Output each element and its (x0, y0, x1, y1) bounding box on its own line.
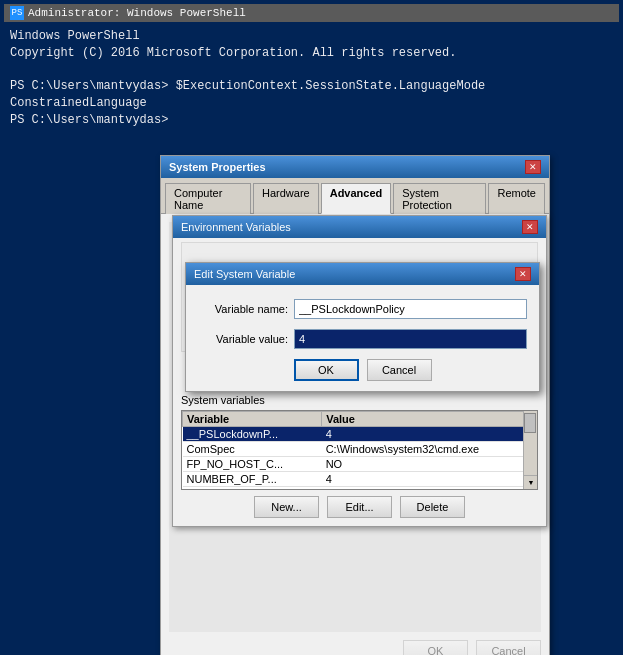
tab-computer-name[interactable]: Computer Name (165, 183, 251, 214)
scrollbar-thumb[interactable] (524, 413, 536, 433)
tab-remote[interactable]: Remote (488, 183, 545, 214)
system-properties-close-button[interactable]: ✕ (525, 160, 541, 174)
table-row[interactable]: __PSLockdownP... 4 (183, 427, 537, 442)
var-name-cell: ComSpec (183, 442, 322, 457)
system-props-ok-button[interactable]: OK (403, 640, 468, 655)
variable-name-input[interactable] (294, 299, 527, 319)
system-new-button[interactable]: New... (254, 496, 319, 518)
powershell-title: Administrator: Windows PowerShell (28, 7, 246, 19)
col-value: Value (322, 412, 537, 427)
system-vars-buttons: New... Edit... Delete (181, 496, 538, 518)
var-name-cell: FP_NO_HOST_C... (183, 457, 322, 472)
ps-line2: Copyright (C) 2016 Microsoft Corporation… (10, 45, 613, 62)
edit-sysvar-ok-button[interactable]: OK (294, 359, 359, 381)
ps-line3 (10, 62, 613, 79)
system-variables-label: System variables (181, 394, 538, 406)
ps-prompt2: PS C:\Users\mantvydas> (10, 112, 613, 129)
var-name-cell: __PSLockdownP... (183, 427, 322, 442)
system-variables-table-container: Variable Value __PSLockdownP... 4 ComSpe… (181, 410, 538, 490)
powershell-titlebar: PS Administrator: Windows PowerShell (4, 4, 619, 22)
edit-system-variable-dialog: Edit System Variable ✕ Variable name: Va… (185, 262, 540, 392)
system-properties-tabs: Computer Name Hardware Advanced System P… (161, 178, 549, 214)
scrollbar[interactable]: ▼ (523, 411, 537, 489)
edit-system-variable-title: Edit System Variable (194, 268, 295, 280)
variable-value-input[interactable] (294, 329, 527, 349)
environment-variables-title: Environment Variables (181, 221, 291, 233)
var-name-cell: NUMBER_OF_P... (183, 472, 322, 487)
col-variable: Variable (183, 412, 322, 427)
powershell-icon: PS (10, 6, 24, 20)
system-delete-button[interactable]: Delete (400, 496, 465, 518)
edit-sysvar-buttons: OK Cancel (198, 359, 527, 381)
table-row[interactable]: NUMBER_OF_P... 4 (183, 472, 537, 487)
var-value-cell: NO (322, 457, 537, 472)
tab-system-protection[interactable]: System Protection (393, 183, 486, 214)
variable-name-label: Variable name: (198, 303, 288, 315)
edit-system-variable-close-button[interactable]: ✕ (515, 267, 531, 281)
environment-variables-close-button[interactable]: ✕ (522, 220, 538, 234)
var-value-cell: 4 (322, 472, 537, 487)
edit-sysvar-cancel-button[interactable]: Cancel (367, 359, 432, 381)
powershell-content: Windows PowerShell Copyright (C) 2016 Mi… (4, 24, 619, 133)
system-properties-title: System Properties (169, 161, 266, 173)
system-edit-button[interactable]: Edit... (327, 496, 392, 518)
table-row[interactable]: ComSpec C:\Windows\system32\cmd.exe (183, 442, 537, 457)
edit-system-variable-titlebar: Edit System Variable ✕ (186, 263, 539, 285)
ps-result1: ConstrainedLanguage (10, 95, 613, 112)
variable-name-row: Variable name: (198, 299, 527, 319)
variable-value-row: Variable value: (198, 329, 527, 349)
table-row[interactable]: FP_NO_HOST_C... NO (183, 457, 537, 472)
system-variables-table: Variable Value __PSLockdownP... 4 ComSpe… (182, 411, 537, 487)
var-value-cell: 4 (322, 427, 537, 442)
system-properties-titlebar: System Properties ✕ (161, 156, 549, 178)
tab-hardware[interactable]: Hardware (253, 183, 319, 214)
scrollbar-down-button[interactable]: ▼ (524, 475, 538, 489)
edit-system-variable-content: Variable name: Variable value: OK Cancel (186, 285, 539, 391)
envvars-system-section: System variables Variable Value __PSLock… (173, 386, 546, 526)
environment-variables-titlebar: Environment Variables ✕ (173, 216, 546, 238)
var-value-cell: C:\Windows\system32\cmd.exe (322, 442, 537, 457)
system-props-cancel-button[interactable]: Cancel (476, 640, 541, 655)
tab-advanced[interactable]: Advanced (321, 183, 392, 214)
ps-line1: Windows PowerShell (10, 28, 613, 45)
ps-prompt1: PS C:\Users\mantvydas> $ExecutionContext… (10, 78, 613, 95)
variable-value-label: Variable value: (198, 333, 288, 345)
